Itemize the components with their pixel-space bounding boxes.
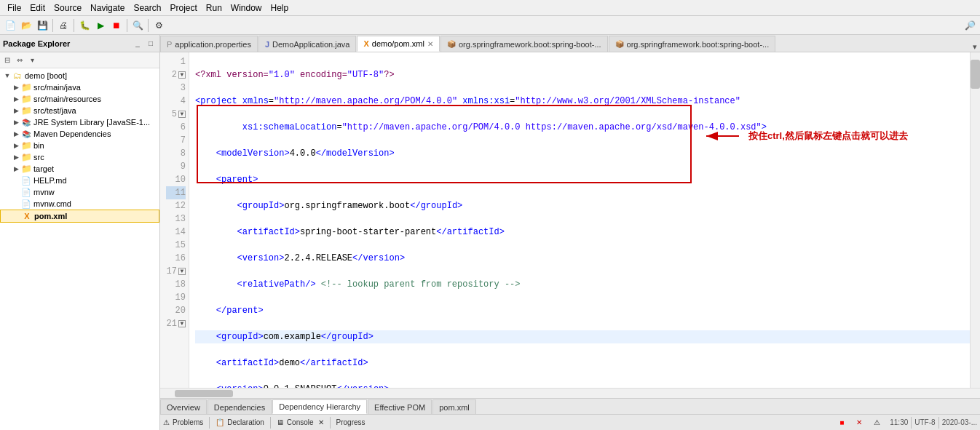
status-stop-button[interactable]: ■ [834, 415, 849, 430]
search-global-button[interactable]: 🔎 [963, 18, 977, 33]
line-20-num: 20 [166, 304, 186, 317]
menu-search[interactable]: Search [129, 1, 165, 15]
code-line-7: <artifactId>spring-boot-starter-parent</… [195, 226, 974, 239]
code-content[interactable]: <?xml version="1.0" encoding="UTF-8"?> <… [189, 52, 980, 388]
tree-item-help-md[interactable]: 📄 HELP.md [0, 175, 159, 186]
src-main-java-label: src/main/java [33, 83, 81, 92]
src-test-java-arrow[interactable]: ▶ [12, 107, 20, 114]
tab-effective-pom[interactable]: Effective POM [368, 399, 432, 414]
tab-demo-application[interactable]: J DemoApplication.java [258, 36, 357, 52]
demo-arrow[interactable]: ▼ [3, 72, 12, 79]
sidebar-menu-button[interactable]: ▾ [26, 55, 38, 66]
run-button[interactable]: ▶ [93, 18, 108, 33]
vertical-scrollbar[interactable] [970, 52, 980, 388]
status-console[interactable]: 🖥 Console ✕ [277, 418, 324, 426]
menu-edit[interactable]: Edit [25, 1, 50, 15]
tree-item-mvnw-cmd[interactable]: 📄 mvnw.cmd [0, 198, 159, 210]
tab-dependency-hierarchy[interactable]: Dependency Hierarchy [272, 399, 367, 414]
stop-button[interactable]: ⏹ [109, 18, 124, 33]
menu-run[interactable]: Run [202, 1, 226, 15]
code-line-8: <version>2.2.4.RELEASE</version> [195, 252, 974, 265]
new-button[interactable]: 📄 [3, 18, 17, 33]
tab-overview[interactable]: Overview [160, 399, 207, 414]
tree-item-pom-xml[interactable]: X pom.xml [0, 210, 159, 223]
fold-21[interactable]: ▼ [178, 320, 186, 327]
demo-folder-icon: 🗂 [12, 71, 23, 81]
minimize-sidebar-button[interactable]: _ [132, 38, 143, 49]
pom-xml-label: pom.xml [34, 212, 67, 220]
open-button[interactable]: 📂 [19, 18, 33, 33]
status-date: 2020-03-... [942, 418, 977, 426]
src-test-java-icon: 📁 [20, 105, 32, 116]
tab-overflow-button[interactable]: ▾ [970, 42, 980, 52]
scrollbar-thumb[interactable] [971, 60, 980, 89]
debug-button[interactable]: 🐛 [77, 18, 92, 33]
collapse-all-button[interactable]: ⊟ [1, 55, 13, 66]
tab-pom-xml-bottom[interactable]: pom.xml [432, 399, 476, 414]
tree-item-src-main-java[interactable]: ▶ 📁 src/main/java [0, 81, 159, 93]
fold-17[interactable]: ▼ [178, 268, 186, 275]
menu-bar: File Edit Source Navigate Search Project… [0, 0, 980, 16]
declaration-icon: 📋 [216, 418, 224, 426]
menu-navigate[interactable]: Navigate [86, 1, 129, 15]
menu-help[interactable]: Help [266, 1, 293, 15]
line-16-num: 16 [166, 252, 186, 265]
tree-item-mvnw[interactable]: 📄 mvnw [0, 186, 159, 198]
sidebar-tree: ▼ 🗂 demo [boot] ▶ 📁 src/main/java ▶ 📁 sr… [0, 68, 159, 430]
tree-item-maven-deps[interactable]: ▶ 📚 Maven Dependencies [0, 128, 159, 140]
tree-item-target[interactable]: ▶ 📁 target [0, 163, 159, 175]
tab-dependencies[interactable]: Dependencies [208, 399, 272, 414]
status-warn-button[interactable]: ⚠ [869, 415, 884, 430]
menu-project[interactable]: Project [165, 1, 201, 15]
target-arrow[interactable]: ▶ [12, 165, 20, 172]
menu-file[interactable]: File [3, 1, 25, 15]
maven-deps-label: Maven Dependencies [33, 130, 111, 138]
annotation-arrow: 按住ctrl,然后鼠标左键点击就可以进去 [699, 125, 908, 147]
src-arrow[interactable]: ▶ [12, 154, 20, 161]
tree-item-src[interactable]: ▶ 📁 src [0, 151, 159, 163]
maximize-sidebar-button[interactable]: □ [145, 38, 157, 49]
h-scrollbar-thumb[interactable] [175, 390, 233, 397]
console-label: Console [287, 418, 314, 426]
code-editor[interactable]: 1 2▼ 3 4 5▼ 6 7 8 9 10 11 12 13 14 15 16… [160, 52, 980, 388]
line-11-num: 11 [166, 186, 186, 199]
print-button[interactable]: 🖨 [56, 18, 71, 33]
tab-dep-hierarchy-label: Dependency Hierarchy [279, 402, 360, 411]
menu-window[interactable]: Window [226, 1, 266, 15]
code-line-12: <artifactId>demo</artifactId> [195, 357, 974, 370]
save-button[interactable]: 💾 [35, 18, 50, 33]
tree-item-jre[interactable]: ▶ 📚 JRE System Library [JavaSE-1... [0, 116, 159, 128]
tab-spring-boot-2[interactable]: 📦 org.springframework.boot:spring-boot-.… [609, 36, 776, 52]
link-editor-button[interactable]: ⇔ [14, 55, 25, 66]
mvnw-cmd-icon: 📄 [20, 199, 32, 209]
search-button[interactable]: 🔍 [130, 18, 145, 33]
tab-pom-xml[interactable]: X demo/pom.xml ✕ [357, 36, 439, 52]
tree-item-src-main-resources[interactable]: ▶ 📁 src/main/resources [0, 93, 159, 105]
tree-item-src-test-java[interactable]: ▶ 📁 src/test/java [0, 105, 159, 116]
line-6-num: 6 [166, 121, 186, 134]
menu-source[interactable]: Source [50, 1, 86, 15]
tab-overview-label: Overview [167, 403, 200, 412]
fold-2[interactable]: ▼ [178, 71, 186, 79]
maven-deps-arrow[interactable]: ▶ [12, 130, 20, 138]
line-17-num: 17▼ [166, 265, 186, 278]
tree-item-demo[interactable]: ▼ 🗂 demo [boot] [0, 70, 159, 81]
status-sep-2 [270, 417, 271, 429]
horizontal-scrollbar-area[interactable] [160, 388, 980, 398]
toolbar-separator-2 [74, 19, 74, 32]
tab-pom-xml-close[interactable]: ✕ [427, 40, 433, 48]
line-15-num: 15 [166, 239, 186, 252]
src-main-res-arrow[interactable]: ▶ [12, 95, 20, 103]
problems-icon: ⚠ [163, 418, 170, 426]
line-21-num: 21▼ [166, 317, 186, 330]
jre-arrow[interactable]: ▶ [12, 119, 20, 126]
console-close[interactable]: ✕ [318, 418, 324, 426]
src-main-java-arrow[interactable]: ▶ [12, 84, 20, 91]
status-error-button[interactable]: ✕ [852, 415, 866, 430]
tab-spring-boot-1[interactable]: 📦 org.springframework.boot:spring-boot-.… [440, 36, 608, 52]
tree-item-bin[interactable]: ▶ 📁 bin [0, 140, 159, 151]
bin-arrow[interactable]: ▶ [12, 142, 20, 149]
fold-5[interactable]: ▼ [178, 111, 186, 118]
tab-application-properties[interactable]: P application.properties [160, 36, 258, 52]
settings-button[interactable]: ⚙ [151, 18, 166, 33]
